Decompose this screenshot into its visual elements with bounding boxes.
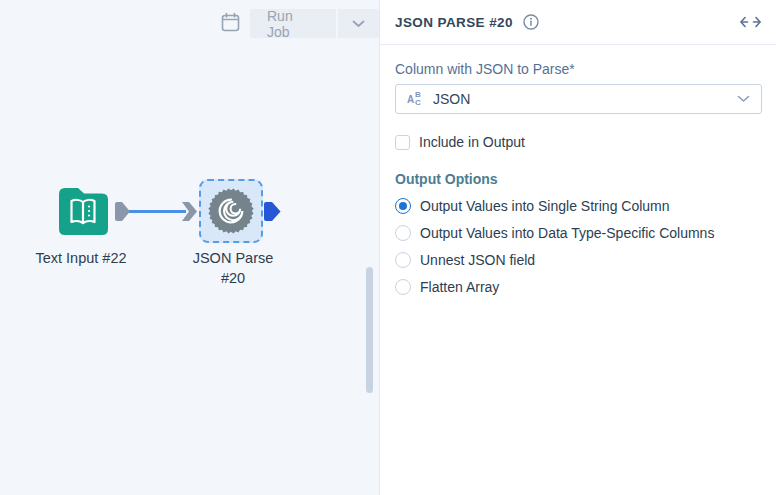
- column-select[interactable]: A B C JSON: [395, 84, 762, 114]
- json-parse-config-panel: JSON PARSE #20 Column with JSON to Parse…: [380, 0, 776, 495]
- run-job-split-button: Run Job: [250, 9, 379, 38]
- text-input-node-label: Text Input #22: [5, 248, 157, 268]
- radio-button[interactable]: [395, 198, 411, 214]
- text-input-node[interactable]: [56, 185, 111, 238]
- chevron-down-icon: [352, 20, 365, 28]
- include-in-output-checkbox[interactable]: [395, 135, 410, 150]
- connection-edge[interactable]: [129, 210, 186, 213]
- flow-canvas[interactable]: Run Job Text Inpu: [0, 0, 380, 495]
- include-in-output-row[interactable]: Include in Output: [395, 134, 761, 150]
- column-select-value: JSON: [433, 91, 470, 107]
- column-field-label: Column with JSON to Parse*: [395, 61, 761, 77]
- json-parse-node[interactable]: [199, 179, 263, 243]
- chevron-down-icon: [737, 95, 750, 103]
- output-option-label: Output Values into Single String Column: [420, 198, 670, 214]
- info-circle-icon[interactable]: [523, 14, 539, 30]
- output-option-radio-row[interactable]: Output Values into Single String Column: [395, 198, 761, 214]
- panel-header: JSON PARSE #20: [380, 0, 776, 45]
- abc-string-type-icon: A B C: [407, 91, 424, 108]
- json-parse-output-anchor[interactable]: [264, 202, 281, 221]
- output-options-heading: Output Options: [395, 171, 761, 187]
- output-option-radio-row[interactable]: Unnest JSON field: [395, 252, 761, 268]
- run-job-button[interactable]: Run Job: [250, 9, 336, 38]
- output-option-label: Flatten Array: [420, 279, 499, 295]
- radio-button[interactable]: [395, 252, 411, 268]
- output-option-radio-row[interactable]: Output Values into Data Type-Specific Co…: [395, 225, 761, 241]
- radio-button[interactable]: [395, 225, 411, 241]
- output-option-radio-row[interactable]: Flatten Array: [395, 279, 761, 295]
- panel-title: JSON PARSE #20: [395, 15, 513, 30]
- json-parse-node-label: JSON Parse #20: [188, 248, 278, 288]
- schedule-job-calendar-icon[interactable]: [221, 12, 240, 32]
- canvas-vertical-scrollbar[interactable]: [366, 267, 373, 393]
- output-option-label: Unnest JSON field: [420, 252, 535, 268]
- json-parse-input-anchor[interactable]: [182, 202, 198, 221]
- output-option-label: Output Values into Data Type-Specific Co…: [420, 225, 714, 241]
- run-job-label: Run Job: [267, 9, 319, 38]
- radio-button[interactable]: [395, 279, 411, 295]
- include-in-output-label: Include in Output: [419, 134, 525, 150]
- expand-panel-icon[interactable]: [740, 16, 761, 28]
- run-job-dropdown-button[interactable]: [338, 9, 379, 38]
